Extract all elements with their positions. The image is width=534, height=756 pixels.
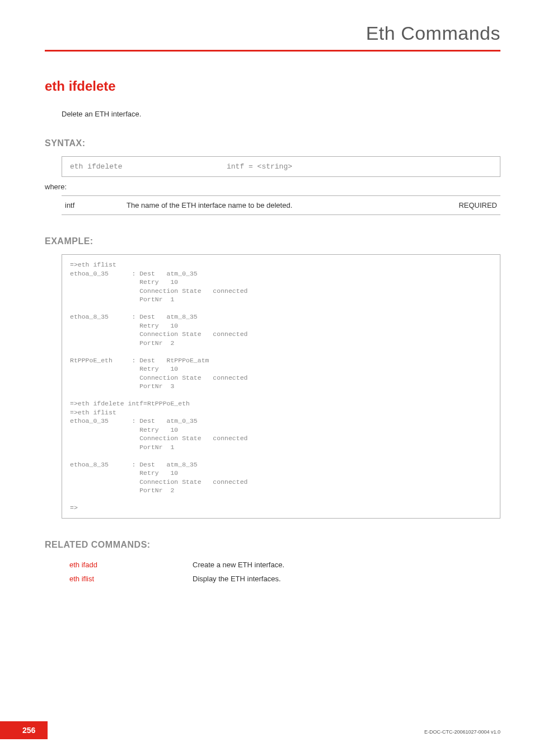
command-title: eth ifdelete: [45, 78, 500, 94]
example-box: =>eth iflist ethoa_0_35 : Dest atm_0_35 …: [62, 254, 500, 519]
command-description: Delete an ETH interface.: [62, 110, 500, 118]
param-desc: The name of the ETH interface name to be…: [123, 196, 439, 215]
related-desc: Display the ETH interfaces.: [193, 572, 289, 586]
param-table: intf The name of the ETH interface name …: [62, 195, 500, 215]
syntax-heading: SYNTAX:: [45, 138, 500, 148]
page-number: 256: [0, 721, 48, 739]
param-name: intf: [62, 196, 123, 215]
related-cmd: eth ifadd: [69, 558, 193, 572]
related-heading: RELATED COMMANDS:: [45, 540, 500, 550]
param-required: REQUIRED: [439, 196, 500, 215]
doc-id: E-DOC-CTC-20061027-0004 v1.0: [424, 729, 500, 735]
syntax-box: eth ifdelete intf = <string>: [62, 156, 500, 177]
example-heading: EXAMPLE:: [45, 236, 500, 246]
example-text: =>eth iflist ethoa_0_35 : Dest atm_0_35 …: [70, 260, 492, 512]
chapter-title: Eth Commands: [45, 22, 500, 44]
table-row: eth iflist Display the ETH interfaces.: [69, 572, 289, 586]
syntax-params: intf = <string>: [227, 162, 292, 171]
related-desc: Create a new ETH interface.: [193, 558, 289, 572]
table-row: eth ifadd Create a new ETH interface.: [69, 558, 289, 572]
where-label: where:: [45, 183, 500, 191]
table-row: intf The name of the ETH interface name …: [62, 196, 500, 215]
title-rule: [45, 50, 500, 52]
syntax-cmd: eth ifdelete: [70, 162, 227, 171]
related-cmd: eth iflist: [69, 572, 193, 586]
related-table: eth ifadd Create a new ETH interface. et…: [69, 558, 289, 586]
